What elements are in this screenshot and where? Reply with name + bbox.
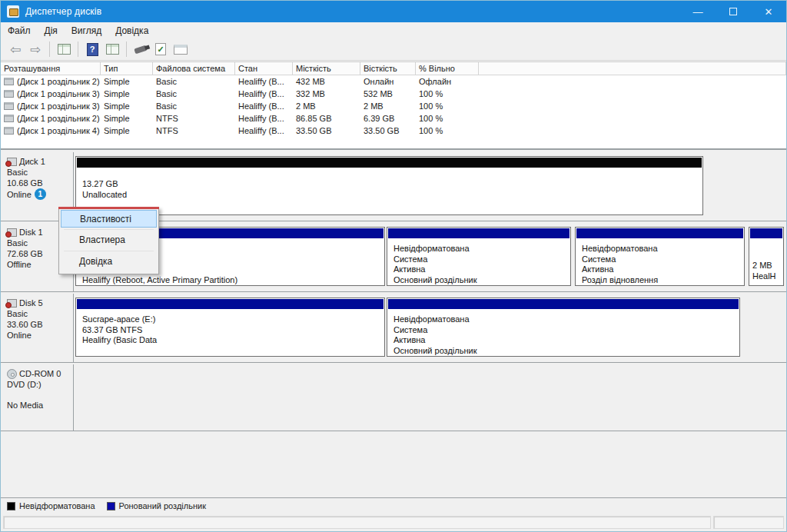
disk-kind: Basic xyxy=(7,308,70,319)
app-icon xyxy=(7,5,19,18)
partition-recovery[interactable]: Невідформатована Система Активна Розділ … xyxy=(575,227,745,286)
toolbar-separator xyxy=(78,42,78,57)
volume-list-button[interactable] xyxy=(55,41,73,58)
context-menu-item-owner[interactable]: Властиера xyxy=(61,231,157,249)
cell-pct-free: 100 % xyxy=(416,126,479,135)
partition-line: Основний роздільник xyxy=(394,346,738,357)
volume-icon xyxy=(4,90,14,98)
context-menu-item-properties[interactable]: Властивості xyxy=(61,210,157,228)
legend-swatch-primary xyxy=(107,502,115,510)
back-icon: ⇦ xyxy=(10,43,21,56)
partition-status: Healifry (Basic Data xyxy=(82,335,383,346)
menu-separator xyxy=(64,251,154,251)
maximize-button[interactable] xyxy=(716,1,751,22)
partition-label: Sucrape-apace (E:) xyxy=(82,314,383,325)
disk-name: CD-ROM 0 xyxy=(19,368,61,379)
menu-help[interactable]: Довідка xyxy=(108,24,155,38)
minimize-button[interactable]: — xyxy=(680,1,716,22)
cell-status: Healiffy (B... xyxy=(235,77,293,86)
partition-unallocated[interactable]: 13.27 GB Unallocated xyxy=(75,156,703,215)
partition-small-2mb[interactable]: 2 MB HealH xyxy=(749,227,784,286)
volume-row[interactable]: (Диск 1 роздільник 4) Simple NTFS Healif… xyxy=(1,125,786,137)
cell-type: Simple xyxy=(101,77,153,86)
cell-location: (Диск 1 роздільник 4) xyxy=(17,126,100,135)
graphical-view-button[interactable] xyxy=(103,41,121,58)
partition-status: Unallocated xyxy=(82,190,701,201)
partition-status: HealH xyxy=(752,271,782,282)
volume-row[interactable]: (Диск 1 роздільник 2) Simple NTFS Healif… xyxy=(1,112,786,125)
column-header-location[interactable]: Розташування xyxy=(1,62,101,75)
cell-filesystem: Basic xyxy=(153,77,235,86)
partition-line: Система xyxy=(394,254,569,265)
volume-icon xyxy=(4,102,14,110)
primary-partition-strip xyxy=(388,299,739,309)
cell-type: Simple xyxy=(101,89,153,98)
disk-status: Online xyxy=(7,189,32,200)
disk-name: Disk 5 xyxy=(19,298,43,308)
disk-row-cdrom: CD-ROM 0 DVD (D:) No Media xyxy=(1,364,786,431)
partition-line: Розділ відновлення xyxy=(582,275,742,286)
menu-file[interactable]: Файл xyxy=(1,24,38,38)
volume-row[interactable]: (Диск 1 роздільник 2) Simple Basic Heali… xyxy=(1,75,786,88)
cell-location: (Диск 1 роздільник 2) xyxy=(17,77,100,86)
cell-capacity: 432 MB xyxy=(293,77,360,86)
cell-free: 2 MB xyxy=(360,101,416,111)
disk-header[interactable]: Disk 5 Basic 33.60 GB Online xyxy=(1,294,74,362)
volume-row[interactable]: (Диск 1 роздільник 3) Simple Basic Heali… xyxy=(1,88,786,100)
forward-button[interactable]: ⇨ xyxy=(26,41,45,58)
toolbar: ⇦ ⇨ ? ✓ xyxy=(1,38,786,61)
cdrom-header[interactable]: CD-ROM 0 DVD (D:) No Media xyxy=(1,364,74,431)
help-button[interactable]: ? xyxy=(83,41,101,58)
rescan-button[interactable] xyxy=(131,41,150,58)
hdd-icon xyxy=(7,228,17,237)
close-icon: ✕ xyxy=(765,6,773,18)
cell-location: (Диск 1 роздільник 3) xyxy=(17,89,100,98)
disk-kind: Basic xyxy=(7,167,70,178)
primary-partition-strip xyxy=(388,228,569,238)
red-annotation-line xyxy=(58,207,159,209)
volume-row[interactable]: (Диск 1 роздільник 3) Simple Basic Heali… xyxy=(1,100,786,112)
partition-unformatted-system[interactable]: Невідформатована Система Активна Основни… xyxy=(387,227,571,286)
cell-pct-free: 100 % xyxy=(416,114,479,123)
partition-line: Активна xyxy=(582,264,742,275)
cell-status: Healiffy (B... xyxy=(235,114,293,123)
volume-icon xyxy=(4,115,14,122)
annotation-badge: 1 xyxy=(35,188,46,200)
disk-status: No Media xyxy=(7,400,70,411)
column-header-status[interactable]: Стан xyxy=(235,62,293,75)
partition-size: 2 MB xyxy=(752,261,782,271)
cell-filesystem: NTFS xyxy=(153,114,235,123)
close-button[interactable]: ✕ xyxy=(751,1,786,22)
partition-line: Система xyxy=(394,325,738,336)
column-header-pct-free[interactable]: % Вільно xyxy=(416,62,479,75)
unallocated-strip xyxy=(77,158,702,168)
help-icon: ? xyxy=(87,43,98,56)
column-header-type[interactable]: Тип xyxy=(101,62,153,75)
context-menu-item-help[interactable]: Довідка xyxy=(61,253,157,271)
partition-status: Healiffy (Reboot, Active Primary Partiti… xyxy=(82,275,383,286)
statusbar-cell xyxy=(3,516,711,529)
cell-filesystem: NTFS xyxy=(153,126,235,135)
check-disk-button[interactable]: ✓ xyxy=(151,41,170,58)
partition-unformatted-system[interactable]: Невідформатована Система Активна Основни… xyxy=(387,298,740,357)
menu-action[interactable]: Дія xyxy=(38,24,65,38)
cell-free: 6.39 GB xyxy=(360,114,416,123)
cdrom-empty-area xyxy=(75,364,785,431)
disk-status: Online xyxy=(7,330,70,341)
menu-view[interactable]: Вигляд xyxy=(65,24,108,38)
volume-icon xyxy=(4,78,14,85)
properties-panel-button[interactable] xyxy=(171,41,190,58)
column-header-free[interactable]: Вісткість xyxy=(360,62,416,75)
cell-location: (Диск 1 роздільник 2) xyxy=(17,114,100,123)
legend-swatch-unallocated xyxy=(7,502,15,510)
back-button[interactable]: ⇦ xyxy=(6,41,25,58)
cell-pct-free: Офлайн xyxy=(416,77,479,86)
statusbar-cell xyxy=(713,516,784,529)
partition-line: Система xyxy=(582,254,742,265)
window-title: Диспетчер дисків xyxy=(25,6,101,17)
column-header-filesystem[interactable]: Файлова система xyxy=(153,62,235,75)
primary-partition-strip xyxy=(750,228,782,238)
partition-e-drive[interactable]: Sucrape-apace (E:) 63.37 GB NTFS Healifr… xyxy=(75,298,385,357)
partition-line: Невідформатована xyxy=(582,244,742,254)
column-header-capacity[interactable]: Місткість xyxy=(293,62,360,75)
